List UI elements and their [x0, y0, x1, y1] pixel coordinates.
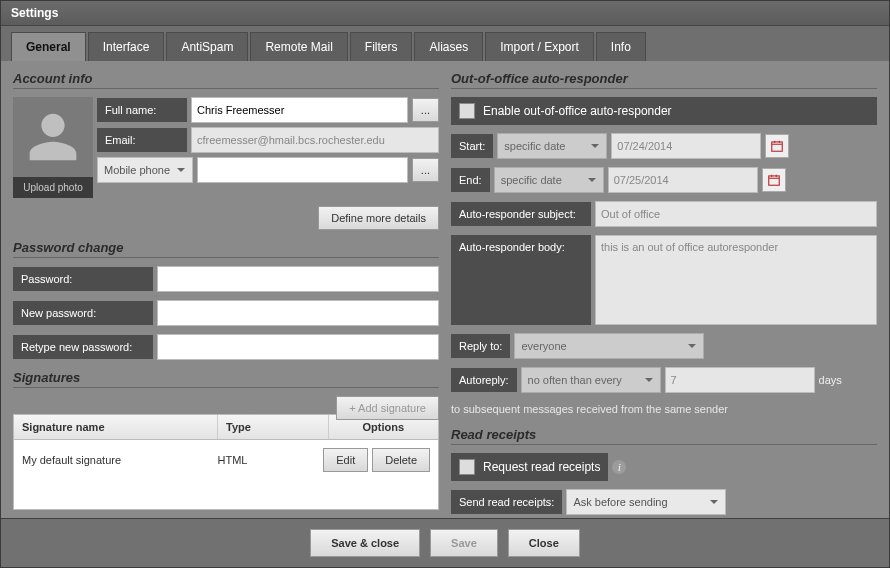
settings-window: Settings General Interface AntiSpam Remo… [0, 0, 890, 568]
start-label: Start: [451, 134, 493, 158]
fullname-label: Full name: [97, 98, 187, 122]
tab-remote-mail[interactable]: Remote Mail [250, 32, 347, 61]
content-area: Account info Upload photo Full name: ... [1, 61, 889, 518]
avatar-placeholder [13, 97, 93, 177]
retype-password-input[interactable] [157, 334, 439, 360]
tab-bar: General Interface AntiSpam Remote Mail F… [1, 26, 889, 61]
signature-type-cell: HTML [209, 450, 315, 470]
svg-rect-4 [768, 176, 779, 185]
request-receipts-label: Request read receipts [483, 460, 600, 474]
reply-to-select[interactable]: everyone [514, 333, 704, 359]
send-receipts-select[interactable]: Ask before sending [566, 489, 726, 515]
table-row: My default signature HTML Edit Delete [14, 440, 438, 480]
section-password-change: Password change [13, 238, 439, 258]
start-mode-select[interactable]: specific date [497, 133, 607, 159]
ooo-subject-input[interactable] [595, 201, 877, 227]
new-password-label: New password: [13, 301, 153, 325]
tab-aliases[interactable]: Aliases [414, 32, 483, 61]
upload-photo-button[interactable]: Upload photo [13, 177, 93, 198]
autoreply-unit: days [819, 374, 842, 386]
person-icon [25, 109, 81, 165]
ooo-subject-label: Auto-responder subject: [451, 202, 591, 226]
end-label: End: [451, 168, 490, 192]
autoreply-mode-select[interactable]: no often than every [521, 367, 661, 393]
svg-rect-0 [772, 142, 783, 151]
autoreply-days-input[interactable] [665, 367, 815, 393]
contact-type-select[interactable]: Mobile phone [97, 157, 193, 183]
save-close-button[interactable]: Save & close [310, 529, 420, 557]
email-input [191, 127, 439, 153]
avatar-block: Upload photo [13, 97, 93, 198]
end-date-input[interactable] [608, 167, 758, 193]
define-more-details-button[interactable]: Define more details [318, 206, 439, 230]
fullname-more-button[interactable]: ... [412, 98, 439, 122]
enable-ooo-label: Enable out-of-office auto-responder [483, 104, 672, 118]
section-read-receipts: Read receipts [451, 425, 877, 445]
ooo-body-textarea[interactable]: this is an out of office autoresponder [595, 235, 877, 325]
enable-ooo-checkbox[interactable] [459, 103, 475, 119]
signatures-table: Signature name Type Options My default s… [13, 414, 439, 510]
end-calendar-icon[interactable] [762, 168, 786, 192]
start-date-input[interactable] [611, 133, 761, 159]
password-label: Password: [13, 267, 153, 291]
end-mode-select[interactable]: specific date [494, 167, 604, 193]
new-password-input[interactable] [157, 300, 439, 326]
email-label: Email: [97, 128, 187, 152]
request-receipts-row: Request read receipts [451, 453, 608, 481]
save-button[interactable]: Save [430, 529, 498, 557]
section-account-info: Account info [13, 69, 439, 89]
password-input[interactable] [157, 266, 439, 292]
contact-more-button[interactable]: ... [412, 158, 439, 182]
ooo-body-label: Auto-responder body: [451, 235, 591, 325]
tab-general[interactable]: General [11, 32, 86, 61]
autoreply-note: to subsequent messages received from the… [451, 401, 877, 417]
signature-edit-button[interactable]: Edit [323, 448, 368, 472]
window-title: Settings [1, 1, 889, 26]
request-receipts-checkbox[interactable] [459, 459, 475, 475]
right-column: Out-of-office auto-responder Enable out-… [451, 69, 877, 510]
tab-antispam[interactable]: AntiSpam [166, 32, 248, 61]
tab-info[interactable]: Info [596, 32, 646, 61]
add-signature-button[interactable]: + Add signature [336, 396, 439, 420]
contact-value-input[interactable] [197, 157, 408, 183]
send-receipts-label: Send read receipts: [451, 490, 562, 514]
signature-name-cell: My default signature [14, 450, 209, 470]
footer-bar: Save & close Save Close [1, 518, 889, 567]
signature-delete-button[interactable]: Delete [372, 448, 430, 472]
enable-ooo-row: Enable out-of-office auto-responder [451, 97, 877, 125]
fullname-input[interactable] [191, 97, 408, 123]
reply-to-label: Reply to: [451, 334, 510, 358]
retype-password-label: Retype new password: [13, 335, 153, 359]
tab-filters[interactable]: Filters [350, 32, 413, 61]
tab-import-export[interactable]: Import / Export [485, 32, 594, 61]
left-column: Account info Upload photo Full name: ... [13, 69, 439, 510]
section-signatures: Signatures [13, 368, 439, 388]
tab-interface[interactable]: Interface [88, 32, 165, 61]
close-button[interactable]: Close [508, 529, 580, 557]
start-calendar-icon[interactable] [765, 134, 789, 158]
autoreply-label: Autoreply: [451, 368, 517, 392]
info-icon[interactable]: i [612, 460, 626, 474]
section-out-of-office: Out-of-office auto-responder [451, 69, 877, 89]
